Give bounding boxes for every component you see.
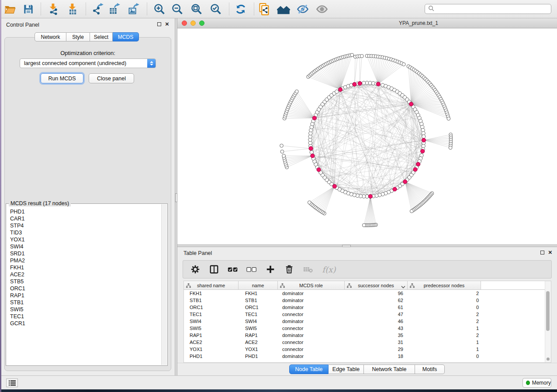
export-network-icon[interactable] (90, 2, 106, 17)
task-history-button[interactable] (6, 378, 18, 387)
import-network-icon[interactable] (45, 2, 61, 17)
close-panel-icon[interactable]: × (165, 22, 169, 26)
mcds-result-item[interactable]: PMA2 (10, 257, 162, 264)
mcds-result-item[interactable]: ORC1 (10, 285, 162, 292)
hide-selected-icon[interactable] (295, 2, 311, 17)
close-panel-button[interactable]: Close panel (89, 73, 134, 83)
tab-network-table[interactable]: Network Table (364, 364, 415, 374)
float-panel-icon[interactable] (157, 22, 161, 26)
header-filler (481, 281, 551, 289)
column-header-mcds-role[interactable]: MCDS role (278, 281, 345, 289)
mcds-result-item[interactable]: ACE2 (10, 271, 162, 278)
table-scrollbar[interactable] (545, 281, 551, 362)
table-row[interactable]: TEC1TEC1connector472 (184, 311, 551, 318)
table-row[interactable]: FKH1FKH1dominator962 (184, 290, 551, 297)
status-bar: Memory (1, 375, 557, 389)
table-row[interactable]: RAP1RAP1dominator352 (184, 332, 551, 339)
mcds-result-item[interactable]: YOX1 (10, 236, 162, 243)
window-minimize-icon[interactable] (190, 21, 196, 26)
scrollbar-button[interactable] (547, 358, 550, 361)
mcds-result-item[interactable]: TEC1 (10, 313, 162, 320)
column-header-name[interactable]: name (239, 281, 278, 289)
optimization-criterion-label: Optimization criterion: (5, 50, 171, 56)
select-all-icon[interactable] (228, 264, 238, 275)
node-table: shared name name MCDS role successor nod… (183, 281, 551, 363)
network-window-titlebar[interactable]: YPA_prune.txt_1 (177, 18, 557, 28)
search-field[interactable] (425, 4, 551, 14)
tab-edge-table[interactable]: Edge Table (329, 364, 364, 374)
mcds-result-item[interactable]: STB1 (10, 299, 162, 306)
import-table-icon[interactable] (65, 2, 80, 17)
show-columns-icon[interactable] (209, 264, 219, 275)
close-panel-icon[interactable]: × (548, 250, 552, 254)
table-row[interactable]: SWI5SWI5connector431 (184, 325, 551, 332)
mcds-result-item[interactable]: GCR1 (10, 320, 162, 327)
select-stepper-icon (147, 59, 156, 68)
memory-label: Memory (532, 380, 551, 386)
mcds-result-scrollbar[interactable] (161, 204, 167, 365)
first-neighbors-icon[interactable] (276, 2, 291, 17)
search-icon (428, 5, 434, 13)
mcds-result-groupbox: MCDS result (17 nodes) PHD1CAR1STP4TID3Y… (6, 203, 168, 366)
tab-node-table[interactable]: Node Table (289, 364, 329, 374)
window-maximize-icon[interactable] (199, 21, 204, 26)
show-all-icon[interactable] (314, 2, 330, 17)
column-header-predecessor-nodes[interactable]: predecessor nodes (408, 281, 481, 289)
zoom-in-icon[interactable] (152, 2, 167, 17)
zoom-selected-icon[interactable] (208, 2, 224, 17)
memory-status-icon (526, 381, 530, 385)
table-panel: Table Panel × (177, 247, 557, 375)
mcds-result-item[interactable]: CAR1 (10, 215, 162, 222)
run-mcds-button[interactable]: Run MCDS (41, 73, 83, 83)
mcds-result-item[interactable]: PHD1 (10, 208, 162, 215)
refresh-icon[interactable] (233, 2, 249, 17)
shared-attribute-icon (347, 283, 352, 289)
mcds-result-item[interactable]: STB5 (10, 278, 162, 285)
table-options-icon[interactable] (190, 264, 201, 275)
column-header-shared-name[interactable]: shared name (184, 281, 239, 289)
add-column-icon[interactable] (265, 264, 276, 275)
tab-style[interactable]: Style (66, 32, 90, 41)
table-tabs: Node Table Edge Table Network Table Moti… (289, 364, 445, 374)
toolbar-separator (147, 3, 147, 15)
zoom-out-icon[interactable] (170, 2, 185, 17)
column-header-successor-nodes[interactable]: successor nodes (345, 281, 408, 289)
mcds-result-list[interactable]: PHD1CAR1STP4TID3YOX1SWI4SRD1PMA2FKH1ACE2… (7, 206, 162, 365)
save-session-icon[interactable] (21, 2, 36, 17)
tab-network[interactable]: Network (35, 32, 66, 41)
table-row[interactable]: ACE2ACE2connector311 (184, 339, 551, 346)
open-file-icon[interactable] (2, 2, 18, 17)
mcds-result-item[interactable]: FKH1 (10, 264, 162, 271)
mcds-result-item[interactable]: STP4 (10, 222, 162, 229)
tab-select[interactable]: Select (90, 32, 113, 41)
table-header: shared name name MCDS role successor nod… (184, 281, 551, 290)
mcds-result-item[interactable]: TID3 (10, 229, 162, 236)
network-window: YPA_prune.txt_1 (177, 18, 557, 244)
tab-mcds[interactable]: MCDS (113, 32, 139, 41)
window-close-icon[interactable] (182, 21, 187, 26)
export-table-icon[interactable] (107, 2, 122, 17)
app-window: Control Panel × Optimization criterion: … (1, 0, 557, 389)
mcds-result-item[interactable]: RAP1 (10, 292, 162, 299)
new-network-from-selection-icon[interactable] (256, 2, 272, 17)
zoom-fit-icon[interactable] (189, 2, 204, 17)
scrollbar-thumb[interactable] (546, 291, 550, 331)
delete-column-icon[interactable] (284, 264, 294, 275)
table-row[interactable]: YOX1YOX1connector291 (184, 346, 551, 353)
table-row[interactable]: PHD1PHD1dominator180 (184, 353, 551, 360)
table-row[interactable]: SWI4SWI4dominator462 (184, 318, 551, 325)
search-input[interactable] (436, 6, 551, 13)
network-canvas[interactable] (177, 28, 557, 244)
memory-button[interactable]: Memory (522, 378, 551, 388)
mcds-result-item[interactable]: SRD1 (10, 250, 162, 257)
mcds-result-item[interactable]: SWI5 (10, 306, 162, 313)
deselect-all-icon[interactable] (246, 264, 257, 275)
optimization-criterion-select[interactable]: largest connected component (undirected) (20, 58, 156, 68)
table-row[interactable]: STB1STB1dominator620 (184, 297, 551, 304)
tab-motifs[interactable]: Motifs (415, 364, 445, 374)
control-panel-title: Control Panel (6, 22, 39, 28)
export-image-icon[interactable] (126, 2, 142, 17)
mcds-result-item[interactable]: SWI4 (10, 243, 162, 250)
float-panel-icon[interactable] (540, 251, 544, 254)
table-row[interactable]: ORC1ORC1dominator610 (184, 304, 551, 311)
